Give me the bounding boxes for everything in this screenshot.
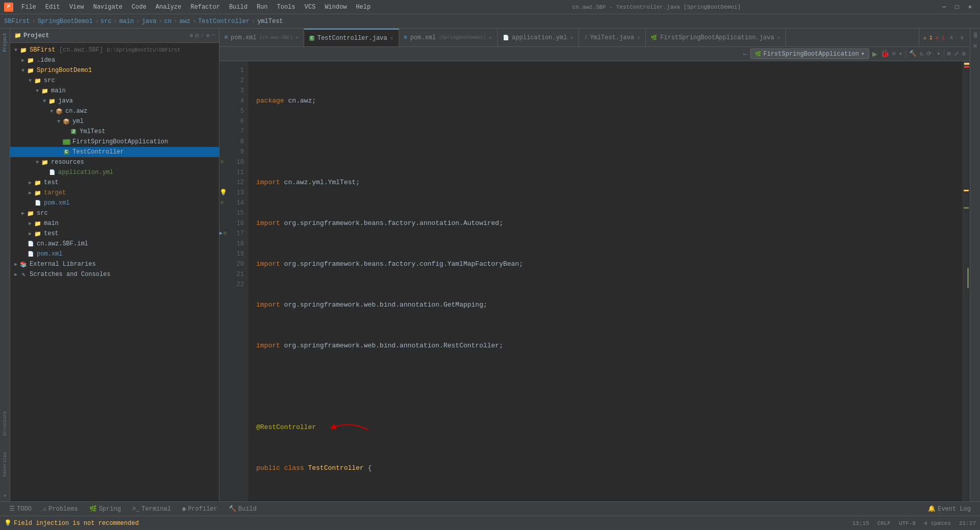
tab-pom-spring-close[interactable]: ✕	[489, 35, 492, 41]
tree-main[interactable]: ▼ 📁 main	[10, 86, 219, 96]
tree-resources[interactable]: ▼ 📁 resources	[10, 157, 219, 167]
target-folder-icon: 📁	[34, 189, 42, 197]
terminal-icon[interactable]: ⊞	[947, 50, 951, 58]
build-project-icon[interactable]: 🔨	[909, 50, 917, 58]
menu-edit[interactable]: Edit	[41, 3, 64, 12]
run-button[interactable]: ▶	[872, 49, 877, 59]
error-stripe-top[interactable]	[964, 66, 969, 68]
tab-testcontroller-close[interactable]: ✕	[390, 35, 394, 41]
favorites-icon[interactable]: Favorites	[1, 452, 9, 477]
maximize-button[interactable]: □	[951, 3, 963, 12]
run-gutter-icon[interactable]: ▶	[219, 229, 223, 239]
tree-idea[interactable]: ▶ 📁 .idea	[10, 55, 219, 65]
settings-icon[interactable]: ⚙	[206, 32, 210, 39]
tree-yml-pkg[interactable]: ▼ 📦 yml	[10, 116, 219, 127]
structure-icon[interactable]: Structure	[1, 411, 9, 436]
breadcrumb-src[interactable]: src	[101, 18, 112, 25]
menu-build[interactable]: Build	[225, 3, 252, 12]
tab-firstspringboot[interactable]: 🌿 FirstSpringBootApplication.java ✕	[646, 29, 786, 46]
bottom-tab-terminal[interactable]: >_ Terminal	[127, 503, 176, 515]
tree-scratches[interactable]: ▶ ✎ Scratches and Consoles	[10, 269, 219, 280]
sort-icon[interactable]: ↕	[201, 32, 204, 39]
tree-ymltest[interactable]: ▶ J YmlTest	[10, 127, 219, 137]
menu-code[interactable]: Code	[128, 3, 151, 12]
database-icon[interactable]: 🗄	[971, 31, 980, 41]
maven-icon[interactable]: M	[971, 42, 978, 52]
tree-root[interactable]: ▼ 📁 SBFirst [cn.awz.SBF] D:\SpringBootSt…	[10, 45, 219, 55]
breadcrumb-testcontroller[interactable]: TestController	[198, 18, 250, 25]
more-options[interactable]: ▾	[937, 50, 940, 58]
warning-bulb-icon[interactable]: 💡	[219, 188, 227, 198]
tree-cn-awz[interactable]: ▼ 📦 cn.awz	[10, 106, 219, 116]
menu-tools[interactable]: Tools	[273, 3, 300, 12]
event-log-tab[interactable]: 🔔 Event Log	[923, 503, 976, 515]
run-config-dropdown[interactable]: 🌿 FirstSpringBootApplication ▾	[750, 48, 869, 59]
bottom-tab-problems[interactable]: ⚠ Problems	[38, 503, 83, 515]
menu-file[interactable]: File	[17, 3, 40, 12]
tree-pom-root[interactable]: ▶ 📄 pom.xml	[10, 249, 219, 259]
warning-stripe-top[interactable]	[964, 63, 969, 65]
more-run-options[interactable]: ▾	[899, 50, 902, 58]
settings2-icon[interactable]: ⚙	[962, 50, 966, 58]
bottom-tab-build[interactable]: 🔨 Build	[224, 503, 262, 515]
menu-analyze[interactable]: Analyze	[152, 3, 185, 12]
breadcrumb-awz[interactable]: awz	[179, 18, 190, 25]
breadcrumb-springbootdemo1[interactable]: SpringBootDemo1	[38, 18, 93, 25]
breadcrumb-cn[interactable]: cn	[164, 18, 172, 25]
tree-testcontroller[interactable]: ▶ C TestController	[10, 147, 219, 157]
locate-icon[interactable]: ⊕	[190, 32, 193, 39]
tab-app-yml-close[interactable]: ✕	[570, 35, 573, 41]
minimize-panel-icon[interactable]: ─	[211, 32, 215, 39]
tree-test[interactable]: ▶ 📁 test	[10, 178, 219, 188]
debug-button[interactable]: 🐞	[880, 49, 889, 58]
code-content[interactable]: package cn.awz; import cn.awz.yml.YmlTes…	[248, 61, 963, 501]
minimize-button[interactable]: ─	[938, 3, 950, 12]
collapse-all-icon[interactable]: ⊟	[195, 32, 199, 39]
bottom-tab-spring[interactable]: 🌿 Spring	[84, 503, 126, 515]
tab-pom-sbf[interactable]: m pom.xml (cn.awz.SBF) ✕	[219, 29, 304, 46]
tree-springbootdemo1[interactable]: ▼ 📁 SpringBootDemo1	[10, 65, 219, 75]
tree-src[interactable]: ▼ 📁 src	[10, 75, 219, 86]
tree-firstspringboot[interactable]: ▶ 🌿 FirstSpringBootApplication	[10, 137, 219, 147]
star-icon[interactable]: ★	[1, 491, 9, 499]
down-arrow-icon[interactable]: ∨	[958, 33, 966, 42]
tree-src2[interactable]: ▶ 📁 src	[10, 208, 219, 218]
tree-application-yml[interactable]: ▶ 📄 application.yml	[10, 167, 219, 178]
tree-main2[interactable]: ▶ 📁 main	[10, 218, 219, 229]
tree-external-libraries[interactable]: ▶ 📚 External Libraries	[10, 259, 219, 269]
tab-ymltest-close[interactable]: ✕	[637, 35, 640, 41]
close-button[interactable]: ✕	[964, 2, 976, 12]
reload-icon[interactable]: ↻	[920, 50, 923, 58]
menu-window[interactable]: Window	[321, 3, 351, 12]
menu-help[interactable]: Help	[352, 3, 375, 12]
navigate-back-icon[interactable]: ←	[743, 50, 747, 58]
tree-java[interactable]: ▼ 📁 java	[10, 96, 219, 106]
menu-view[interactable]: View	[65, 3, 88, 12]
breadcrumb-sbfirst[interactable]: SBFirst	[4, 18, 30, 25]
menu-refactor[interactable]: Refactor	[186, 3, 224, 12]
tab-firstspringboot-close[interactable]: ✕	[777, 35, 780, 41]
tree-test2[interactable]: ▶ 📁 test	[10, 229, 219, 239]
tab-pom-sbf-close[interactable]: ✕	[296, 35, 299, 41]
tab-testcontroller[interactable]: C TestController.java ✕	[304, 29, 399, 46]
menu-navigate[interactable]: Navigate	[89, 3, 127, 12]
tree-iml[interactable]: ▶ 📄 cn.awz.SBF.iml	[10, 239, 219, 249]
breadcrumb-java[interactable]: java	[142, 18, 157, 25]
tab-app-yml[interactable]: 📄 application.yml ✕	[498, 29, 579, 46]
menu-vcs[interactable]: VCS	[301, 3, 320, 12]
breadcrumb-main[interactable]: main	[119, 18, 134, 25]
menu-run[interactable]: Run	[253, 3, 272, 12]
tab-ymltest[interactable]: J YmlTest.java ✕	[579, 29, 646, 46]
run-with-coverage-button[interactable]: ⊙	[892, 50, 896, 58]
tree-pom-springbootdemo1[interactable]: ▶ 📄 pom.xml	[10, 198, 219, 208]
tab-pom-sbf-label: pom.xml	[231, 34, 256, 41]
maximize-editor-icon[interactable]: ⤢	[954, 50, 959, 58]
tab-pom-spring[interactable]: m pom.xml (SpringBootDemo1) ✕	[399, 29, 498, 46]
bottom-tab-profiler[interactable]: ◉ Profiler	[177, 503, 223, 515]
update-running-icon[interactable]: ⟳	[926, 50, 932, 58]
tree-target[interactable]: ▶ 📁 target	[10, 188, 219, 198]
project-icon[interactable]: Project	[1, 33, 9, 52]
bottom-tab-todo[interactable]: ☰ TODO	[4, 503, 37, 515]
up-arrow-icon[interactable]: ∧	[948, 33, 955, 42]
scratches-icon: ✎	[19, 270, 28, 279]
